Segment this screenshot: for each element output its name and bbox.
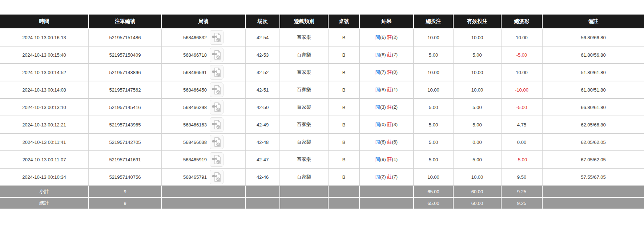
round-no-cell: 568466163: [161, 116, 245, 133]
time-cell: 2024-10-13 00:12:21: [0, 116, 89, 133]
round-no-value: 568465791: [183, 174, 207, 180]
subtotal-result-cell: [359, 186, 414, 197]
table-header: 時間 注單編號 局號 場次 遊戲類別 桌號 結果 總投注 有效投注 總派彩 備註: [0, 15, 644, 29]
total-bet-link[interactable]: 10.00: [414, 81, 453, 98]
video-replay-button[interactable]: [210, 30, 224, 45]
grand-total-session-cell: [245, 197, 280, 209]
subtotal-table-cell: [328, 186, 359, 197]
table-no-cell: B: [328, 133, 359, 151]
total-bet-link[interactable]: 10.00: [414, 168, 453, 186]
round-no-value: 568466298: [183, 105, 207, 110]
session-cell: 42-53: [245, 46, 280, 64]
grand-total-remark-cell: [542, 197, 644, 209]
result-player-label: 閒: [375, 174, 380, 180]
payout-cell: -5.00: [501, 151, 542, 168]
round-no-cell: 568466832: [161, 29, 245, 46]
result-player-points: (6): [380, 35, 386, 40]
total-bet-link[interactable]: 5.00: [414, 133, 453, 151]
session-cell: 42-50: [245, 98, 280, 116]
session-cell: 42-54: [245, 29, 280, 46]
table-no-cell: B: [328, 46, 359, 64]
time-cell: 2024-10-13 00:14:52: [0, 64, 89, 81]
total-bet-link[interactable]: 5.00: [414, 46, 453, 64]
total-bet-link[interactable]: 5.00: [414, 98, 453, 116]
session-cell: 42-48: [245, 133, 280, 151]
total-bet-link[interactable]: 5.00: [414, 116, 453, 133]
total-bet-link[interactable]: 5.00: [414, 151, 453, 168]
total-bet-link[interactable]: 10.00: [414, 64, 453, 81]
time-cell: 2024-10-13 00:16:13: [0, 29, 89, 46]
total-bet-link[interactable]: 10.00: [414, 29, 453, 46]
grand-total-round-cell: [161, 197, 245, 209]
round-no-cell: 568465919: [161, 151, 245, 168]
result-cell: 閒(9) 莊(1): [359, 151, 414, 168]
result-player-points: (8): [380, 87, 386, 92]
subtotal-round-cell: [161, 186, 245, 197]
remark-cell: 61.80/56.80: [542, 46, 644, 64]
session-cell: 42-46: [245, 168, 280, 186]
result-banker-points: (0): [392, 69, 398, 75]
result-player-label: 閒: [375, 69, 380, 75]
table-no-cell: B: [328, 98, 359, 116]
result-player-label: 閒: [375, 157, 380, 162]
subtotal-total-bet: 65.00: [414, 186, 453, 197]
bet-id-cell: 521957151486: [89, 29, 161, 46]
video-file-icon: [212, 137, 221, 147]
video-replay-button[interactable]: [210, 100, 224, 114]
video-file-icon: [212, 32, 221, 43]
grand-total-label: 總計: [0, 197, 89, 209]
bet-id-cell: 521957145416: [89, 98, 161, 116]
game-type-cell: 百家樂: [280, 29, 328, 46]
video-replay-button[interactable]: [210, 65, 224, 80]
subtotal-remark-cell: [542, 186, 644, 197]
result-banker-points: (2): [392, 104, 398, 110]
remark-cell: 61.80/51.80: [542, 81, 644, 98]
payout-cell: 10.00: [501, 29, 542, 46]
round-no-value: 568465919: [183, 157, 207, 162]
table-row: 2024-10-13 00:11:41 521957142705 5684660…: [0, 133, 644, 151]
video-replay-button[interactable]: [210, 135, 224, 149]
video-file-icon: [212, 85, 221, 95]
bet-history-page: 時間 注單編號 局號 場次 遊戲類別 桌號 結果 總投注 有效投注 總派彩 備註…: [0, 0, 644, 209]
result-player-points: (9): [380, 157, 386, 162]
result-player-label: 閒: [375, 104, 380, 110]
payout-cell: 10.00: [501, 64, 542, 81]
result-banker-label: 莊: [387, 104, 392, 110]
round-no-value: 568466718: [183, 52, 207, 58]
video-replay-button[interactable]: [210, 117, 224, 132]
payout-cell: 0.00: [501, 133, 542, 151]
game-type-cell: 百家樂: [280, 116, 328, 133]
subtotal-payout: 9.25: [501, 186, 542, 197]
grand-total-table-cell: [328, 197, 359, 209]
round-no-cell: 568466718: [161, 46, 245, 64]
table-row: 2024-10-13 00:11:07 521957141691 5684659…: [0, 151, 644, 168]
subtotal-game-cell: [280, 186, 328, 197]
time-cell: 2024-10-13 00:15:40: [0, 46, 89, 64]
result-player-points: (7): [380, 69, 386, 75]
video-replay-button[interactable]: [210, 82, 224, 97]
payout-cell: 4.75: [501, 116, 542, 133]
session-cell: 42-52: [245, 64, 280, 81]
time-cell: 2024-10-13 00:10:34: [0, 168, 89, 186]
table-row: 2024-10-13 00:16:13 521957151486 5684668…: [0, 29, 644, 46]
video-file-icon: [212, 154, 221, 165]
bet-id-cell: 521957140756: [89, 168, 161, 186]
video-replay-button[interactable]: [210, 170, 224, 184]
result-banker-label: 莊: [387, 35, 392, 40]
grand-total-total-bet: 65.00: [414, 197, 453, 209]
col-header-game-type: 遊戲類別: [280, 15, 328, 29]
result-cell: 閒(6) 莊(2): [359, 29, 414, 46]
bet-id-cell: 521957143965: [89, 116, 161, 133]
result-player-label: 閒: [375, 52, 380, 57]
round-no-cell: 568466298: [161, 98, 245, 116]
video-replay-button[interactable]: [210, 152, 224, 167]
result-player-label: 閒: [375, 35, 380, 40]
col-header-valid-bet: 有效投注: [453, 15, 501, 29]
result-player-label: 閒: [375, 139, 380, 145]
round-no-value: 568466450: [183, 87, 207, 93]
table-row: 2024-10-13 00:15:40 521957150409 5684667…: [0, 46, 644, 64]
video-replay-button[interactable]: [210, 48, 224, 62]
video-file-icon: [212, 120, 221, 130]
session-cell: 42-49: [245, 116, 280, 133]
result-banker-points: (2): [392, 35, 398, 40]
